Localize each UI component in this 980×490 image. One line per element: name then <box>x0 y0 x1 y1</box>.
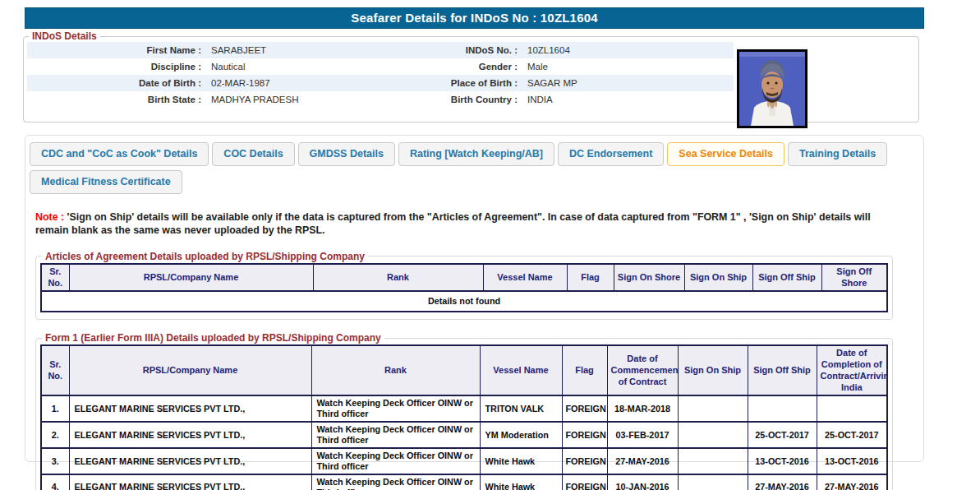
page-container: Seafarer Details for INDoS No : 10ZL1604… <box>25 7 924 462</box>
seafarer-photo <box>737 49 807 128</box>
cell-completion-date <box>817 395 887 422</box>
cell-sr-no: 2. <box>41 422 69 448</box>
col-sign-on-shore: Sign On Shore <box>614 264 684 292</box>
tab-gmdss-details[interactable]: GMDSS Details <box>298 142 395 166</box>
gender-label: Gender : <box>375 58 522 75</box>
cell-company-name: ELEGANT MARINE SERVICES PVT LTD., <box>69 395 311 422</box>
page-title: Seafarer Details for INDoS No : 10ZL1604 <box>25 7 924 29</box>
cell-flag: FOREIGN <box>562 395 607 422</box>
cell-commencement-date: 10-JAN-2016 <box>607 474 678 490</box>
col-sr-no: Sr. No. <box>41 345 69 395</box>
cell-completion-date: 25-OCT-2017 <box>817 422 887 448</box>
cell-flag: FOREIGN <box>562 422 607 448</box>
table-row: 3. ELEGANT MARINE SERVICES PVT LTD., Wat… <box>41 448 887 474</box>
cell-vessel-name: White Hawk <box>480 448 562 474</box>
cell-sign-off-ship <box>748 395 817 422</box>
cell-sign-on-ship <box>678 395 748 422</box>
sea-service-tab-panel: Note : 'Sign on Ship' details will be av… <box>30 198 918 490</box>
cell-sign-off-ship: 27-MAY-2016 <box>748 474 817 490</box>
place-of-birth-value: SAGAR MP <box>522 75 734 91</box>
date-of-birth-label: Date of Birth : <box>27 75 206 91</box>
cell-sign-on-ship <box>678 422 748 448</box>
articles-of-agreement-section: Articles of Agreement Details uploaded b… <box>35 251 893 321</box>
col-flag: Flag <box>562 345 607 395</box>
details-row: First Name : SARABJEET INDoS No. : 10ZL1… <box>27 42 734 58</box>
col-sign-on-ship: Sign On Ship <box>678 345 748 395</box>
tab-medical-fitness-certificate[interactable]: Medical Fitness Certificate <box>30 170 182 194</box>
form1-section: Form 1 (Earlier Form IIIA) Details uploa… <box>35 332 893 490</box>
cell-sign-off-ship: 13-OCT-2016 <box>748 448 817 474</box>
note-text: 'Sign on Ship' details will be available… <box>35 211 871 236</box>
place-of-birth-label: Place of Birth : <box>375 75 522 91</box>
tab-widget: CDC and "CoC as Cook" DetailsCOC Details… <box>25 135 924 462</box>
discipline-label: Discipline : <box>27 58 206 75</box>
cell-commencement-date: 18-MAR-2018 <box>607 395 678 422</box>
table-row: 1. ELEGANT MARINE SERVICES PVT LTD., Wat… <box>41 395 887 422</box>
cell-commencement-date: 27-MAY-2016 <box>607 448 678 474</box>
col-rpsl-company-name: RPSL/Company Name <box>69 345 311 395</box>
cell-sr-no: 4. <box>41 474 69 490</box>
cell-sr-no: 1. <box>41 395 69 422</box>
first-name-label: First Name : <box>27 42 206 58</box>
cell-rank: Watch Keeping Deck Officer OINW or Third… <box>311 422 480 448</box>
form1-header-row: Sr. No. RPSL/Company Name Rank Vessel Na… <box>41 345 887 395</box>
col-sr-no: Sr. No. <box>41 264 69 292</box>
cell-flag: FOREIGN <box>562 448 607 474</box>
details-not-found-message: Details not found <box>41 291 887 312</box>
tab-training-details[interactable]: Training Details <box>788 142 887 166</box>
table-row: 2. ELEGANT MARINE SERVICES PVT LTD., Wat… <box>41 422 887 448</box>
col-flag: Flag <box>567 264 614 292</box>
tab-cdc-coc-as-cook[interactable]: CDC and "CoC as Cook" Details <box>30 142 209 166</box>
tab-rating-watch-keeping[interactable]: Rating [Watch Keeping/AB] <box>398 142 554 166</box>
indos-no-value: 10ZL1604 <box>522 42 734 58</box>
cell-company-name: ELEGANT MARINE SERVICES PVT LTD., <box>69 422 311 448</box>
cell-rank: Watch Keeping Deck Officer OINW or Third… <box>311 395 480 422</box>
tab-coc-details[interactable]: COC Details <box>212 142 294 166</box>
col-date-of-commencement: Date of Commencement of Contract <box>607 345 678 395</box>
tab-dc-endorsement[interactable]: DC Endorsement <box>558 142 664 166</box>
cell-sign-on-ship <box>678 448 748 474</box>
form1-table-legend: Form 1 (Earlier Form IIIA) Details uploa… <box>42 332 384 344</box>
col-vessel-name: Vessel Name <box>480 345 562 395</box>
col-rank: Rank <box>313 264 483 292</box>
cell-completion-date: 13-OCT-2016 <box>817 448 887 474</box>
indos-details-section: INDoS Details First Name : SARABJEET IND… <box>23 30 919 122</box>
col-sign-off-ship: Sign Off Ship <box>748 345 817 395</box>
birth-country-value: INDIA <box>522 91 734 108</box>
details-row: Date of Birth : 02-MAR-1987 Place of Bir… <box>27 75 734 91</box>
cell-commencement-date: 03-FEB-2017 <box>607 422 678 448</box>
col-rank: Rank <box>311 345 480 395</box>
col-sign-off-shore: Sign Off Shore <box>821 264 887 292</box>
form1-table: Sr. No. RPSL/Company Name Rank Vessel Na… <box>40 344 888 490</box>
cell-vessel-name: White Hawk <box>480 474 562 490</box>
table-row: 4. ELEGANT MARINE SERVICES PVT LTD., Wat… <box>41 474 887 490</box>
tab-sea-service-details[interactable]: Sea Service Details <box>667 142 784 166</box>
details-row: Birth State : MADHYA PRADESH Birth Count… <box>27 91 734 108</box>
tab-row-2: Medical Fitness Certificate <box>30 170 918 198</box>
articles-header-row: Sr. No. RPSL/Company Name Rank Vessel Na… <box>41 264 887 292</box>
indos-no-label: INDoS No. : <box>375 42 522 58</box>
cell-sign-off-ship: 25-OCT-2017 <box>748 422 817 448</box>
birth-country-label: Birth Country : <box>375 91 522 108</box>
tab-row-1: CDC and "CoC as Cook" DetailsCOC Details… <box>30 142 918 170</box>
col-sign-off-ship: Sign Off Ship <box>752 264 821 292</box>
col-date-of-completion: Date of Completion of Contract/Arriving … <box>817 345 887 395</box>
sign-on-ship-note: Note : 'Sign on Ship' details will be av… <box>35 210 898 238</box>
col-sign-on-ship: Sign On Ship <box>684 264 752 292</box>
indos-details-legend: INDoS Details <box>29 30 100 42</box>
cell-vessel-name: TRITON VALK <box>480 395 562 422</box>
date-of-birth-value: 02-MAR-1987 <box>206 75 375 91</box>
note-label: Note : <box>35 211 64 223</box>
cell-sr-no: 3. <box>41 448 69 474</box>
details-row: Discipline : Nautical Gender : Male <box>27 58 734 75</box>
details-not-found-row: Details not found <box>41 291 887 312</box>
cell-rank: Watch Keeping Deck Officer OINW or Third… <box>311 474 480 490</box>
birth-state-label: Birth State : <box>27 91 206 108</box>
cell-company-name: ELEGANT MARINE SERVICES PVT LTD., <box>69 474 311 490</box>
indos-details-grid: First Name : SARABJEET INDoS No. : 10ZL1… <box>27 42 734 108</box>
cell-vessel-name: YM Moderation <box>480 422 562 448</box>
cell-flag: FOREIGN <box>562 474 607 490</box>
birth-state-value: MADHYA PRADESH <box>206 91 375 108</box>
first-name-value: SARABJEET <box>206 42 375 58</box>
discipline-value: Nautical <box>206 58 375 75</box>
